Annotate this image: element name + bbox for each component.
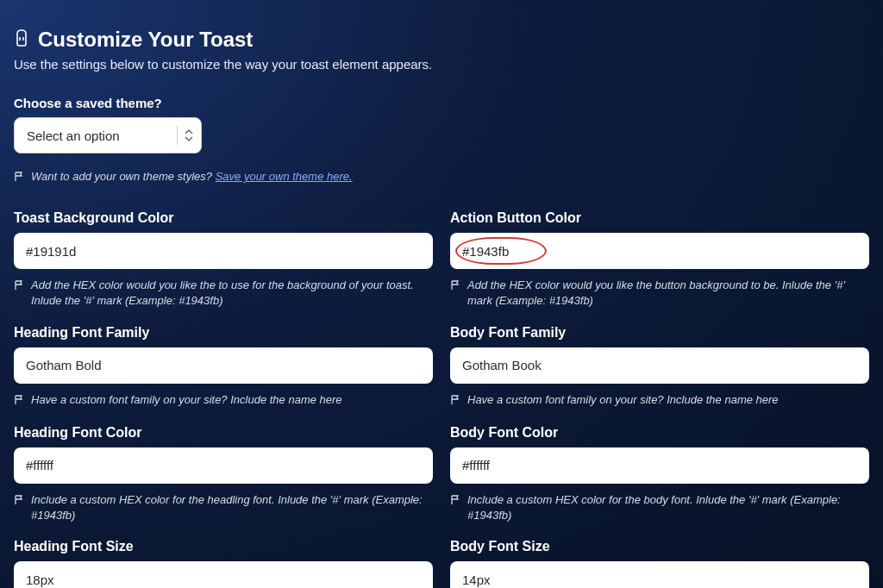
page-subtitle: Use the settings below to customize the … bbox=[14, 57, 869, 72]
bg-color-input[interactable] bbox=[14, 233, 433, 269]
heading-color-label: Heading Font Color bbox=[14, 425, 433, 441]
body-font-label: Body Font Family bbox=[450, 325, 869, 341]
heading-color-hint: Include a custom HEX color for the headl… bbox=[31, 492, 433, 523]
theme-hint: Want to add your own theme styles? Save … bbox=[14, 169, 869, 186]
page-title: Customize Your Toast bbox=[38, 28, 253, 52]
flag-icon bbox=[450, 494, 460, 510]
body-color-hint: Include a custom HEX color for the body … bbox=[467, 492, 869, 523]
action-color-input[interactable] bbox=[450, 233, 869, 269]
body-size-label: Body Font Size bbox=[450, 539, 869, 554]
flag-icon bbox=[14, 171, 24, 186]
heading-color-input[interactable] bbox=[14, 447, 433, 484]
bg-color-hint: Add the HEX color would you like the to … bbox=[31, 278, 433, 309]
theme-hint-text: Want to add your own theme styles? bbox=[31, 170, 216, 183]
body-size-input[interactable] bbox=[450, 561, 869, 588]
toast-icon bbox=[14, 28, 29, 51]
heading-font-label: Heading Font Family bbox=[14, 325, 433, 341]
theme-select[interactable]: Select an option bbox=[14, 117, 202, 153]
body-color-input[interactable] bbox=[450, 447, 869, 484]
flag-icon bbox=[14, 494, 24, 510]
theme-label: Choose a saved theme? bbox=[14, 96, 869, 110]
bg-color-label: Toast Background Color bbox=[14, 210, 433, 226]
body-font-input[interactable] bbox=[450, 347, 869, 384]
action-color-label: Action Button Color bbox=[450, 210, 869, 226]
body-font-hint: Have a custom font family on your site? … bbox=[467, 392, 779, 408]
heading-font-input[interactable] bbox=[14, 347, 433, 384]
save-theme-link[interactable]: Save your own theme here. bbox=[216, 170, 353, 183]
heading-size-input[interactable] bbox=[14, 561, 433, 588]
heading-size-label: Heading Font Size bbox=[14, 539, 433, 554]
flag-icon bbox=[14, 394, 24, 410]
action-color-hint: Add the HEX color would you like the but… bbox=[467, 278, 869, 309]
flag-icon bbox=[450, 279, 460, 295]
heading-font-hint: Have a custom font family on your site? … bbox=[31, 392, 342, 408]
flag-icon bbox=[14, 279, 24, 295]
body-color-label: Body Font Color bbox=[450, 425, 869, 441]
flag-icon bbox=[450, 394, 460, 410]
